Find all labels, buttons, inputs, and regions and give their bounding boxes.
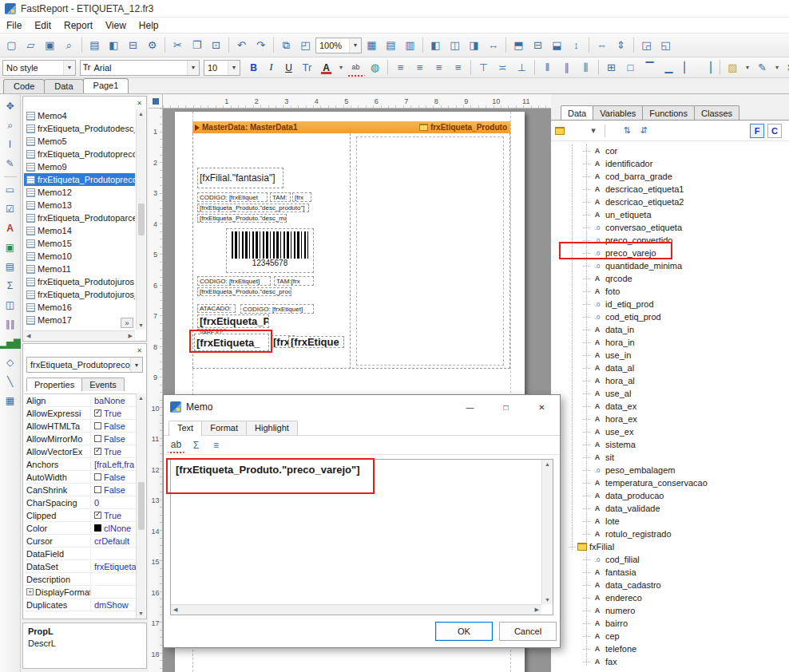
data-field-row[interactable]: un_etiqueta xyxy=(551,208,789,221)
data-field-row[interactable]: cod_etiq_prod xyxy=(551,310,789,323)
data-field-row[interactable]: cep xyxy=(551,630,789,642)
data-field-row[interactable]: bairro xyxy=(551,617,789,630)
data-field-row[interactable]: foto xyxy=(551,285,789,298)
property-value[interactable]: clNone xyxy=(91,522,136,534)
property-row[interactable]: AllowHTMLTa False xyxy=(24,420,136,433)
memo-desc-marca[interactable]: [frxEtiqueta_Produto."desc_mar xyxy=(197,214,287,223)
data-panel-tab[interactable]: Functions xyxy=(642,105,695,120)
system-text-object-icon[interactable]: Σ xyxy=(2,277,19,294)
align-right-edges-icon[interactable]: ◨ xyxy=(465,36,483,54)
memo-desc-prod[interactable]: [frxEtiqueta_Produto."desc_prod xyxy=(197,287,291,296)
report-tree-item[interactable]: Memo10 xyxy=(24,250,135,263)
line-object-icon[interactable]: ╲ xyxy=(2,373,19,390)
memo-codigo-1[interactable]: CODIGO: [frxEtiquet xyxy=(197,192,268,202)
property-row[interactable]: DisplayFormat xyxy=(24,586,136,599)
hand-tool-icon[interactable]: ✥ xyxy=(2,97,19,115)
data-field-row[interactable]: quantidade_minima xyxy=(551,259,789,272)
menu-item[interactable]: View xyxy=(99,18,133,33)
data-field-row[interactable]: qrcode xyxy=(551,272,789,285)
frame-style-icon[interactable]: 〓 xyxy=(783,58,789,77)
memo-frx-3[interactable]: [frxEtique xyxy=(288,336,344,348)
data-field-row[interactable]: numero xyxy=(551,604,789,617)
chevron-down-icon[interactable]: ▼ xyxy=(130,358,142,372)
expand-chevron-button[interactable]: » xyxy=(121,318,133,328)
barcode-object[interactable]: 12345678 xyxy=(226,228,314,273)
format-painter-icon[interactable]: ✎ xyxy=(2,155,19,172)
property-value[interactable] xyxy=(91,547,136,559)
fields-toggle-button[interactable]: F xyxy=(750,124,764,138)
text-edit-tool-icon[interactable]: I xyxy=(2,136,19,153)
checkbox-object-icon[interactable]: ☑ xyxy=(2,200,19,218)
property-row[interactable]: Duplicates dmShow xyxy=(24,599,136,611)
property-row[interactable]: Align baNone xyxy=(24,394,136,407)
inspector-vscrollbar[interactable]: ▲ ▼ xyxy=(136,393,145,618)
underline-button[interactable]: U xyxy=(280,59,297,76)
table-object-icon[interactable]: ▦ xyxy=(2,392,19,409)
barcode-object-icon[interactable]: ∥∥ xyxy=(2,315,19,333)
bold-button[interactable]: B xyxy=(245,59,262,76)
memo-preco-atacado[interactable]: [frxEtiqueta_P xyxy=(197,314,269,328)
shape-object-icon[interactable]: ◇ xyxy=(2,354,19,371)
fill-color-dropdown-icon[interactable]: ▾ xyxy=(743,58,752,77)
scroll-down-icon[interactable]: ▼ xyxy=(138,322,144,328)
group-icon[interactable]: ⧉ xyxy=(277,36,295,54)
report-tree-item[interactable]: frxEtiqueta_Produtoparcelar xyxy=(24,211,135,224)
new-page-icon[interactable]: ▤ xyxy=(85,36,104,54)
align-text-bottom-icon[interactable]: ⊥ xyxy=(513,58,531,77)
page-settings-icon[interactable]: ⚙ xyxy=(143,36,161,54)
line-color-icon[interactable]: ✎ xyxy=(753,58,771,77)
same-height-icon[interactable]: ⇕ xyxy=(612,36,630,54)
align-left-edges-icon[interactable]: ◧ xyxy=(426,36,445,54)
property-value[interactable]: True xyxy=(91,445,136,457)
show-grid-icon[interactable]: ▦ xyxy=(363,36,381,54)
scroll-down-icon[interactable]: ▼ xyxy=(545,597,550,603)
menu-item[interactable]: Edit xyxy=(28,18,57,33)
property-value[interactable]: 0 xyxy=(91,496,136,508)
memo-fantasia[interactable]: [fxFilial."fantasia"] xyxy=(197,168,283,188)
property-value[interactable]: True xyxy=(91,509,136,521)
data-field-row[interactable]: conversao_etiqueta xyxy=(551,221,789,234)
report-tree-item[interactable]: Memo15 xyxy=(24,237,135,250)
sort-fields-icon[interactable]: ⇵ xyxy=(636,123,652,139)
memo-atacado[interactable]: ATACADO: xyxy=(197,304,236,313)
data-field-row[interactable]: use_al xyxy=(551,387,789,400)
property-value[interactable]: False xyxy=(91,420,136,432)
align-top-edges-icon[interactable]: ⬒ xyxy=(509,36,528,54)
object-selector[interactable]: frxEtiqueta_Produtopreco_ ▼ xyxy=(26,357,143,373)
frame-left-icon[interactable]: ▏ xyxy=(679,58,697,77)
report-tree-item[interactable]: frxEtiqueta_Produtopreco_p xyxy=(24,173,135,186)
calculated-toggle-button[interactable]: C xyxy=(767,124,782,138)
report-tree-item[interactable]: frxEtiqueta_Produtodesc_pr xyxy=(24,122,135,135)
align-text-right-icon[interactable]: ≡ xyxy=(430,58,448,77)
property-value[interactable]: dmShow xyxy=(91,599,136,611)
cancel-button[interactable]: Cancel xyxy=(499,622,557,641)
font-color-icon[interactable]: A xyxy=(317,58,335,77)
sort-fields-asc-icon[interactable]: ⇅ xyxy=(619,123,635,139)
page-tab[interactable]: Code xyxy=(3,79,45,93)
property-row[interactable]: Clipped True xyxy=(24,509,136,522)
new-report-icon[interactable]: ▢ xyxy=(2,36,21,54)
data-field-row[interactable]: identificador xyxy=(551,157,789,170)
wordwrap-icon[interactable]: ≡ xyxy=(208,437,224,453)
data-field-row[interactable]: id_etiq_prod xyxy=(551,298,789,310)
property-value[interactable] xyxy=(91,586,136,598)
property-value[interactable]: [fraLeft,fra xyxy=(91,458,136,470)
data-field-row[interactable]: telefone xyxy=(551,642,789,655)
report-tree-hscrollbar[interactable]: ◀ ▶ xyxy=(24,330,135,340)
space-vertically-icon[interactable]: ↕ xyxy=(567,36,585,54)
data-field-row[interactable]: hora_ex xyxy=(551,413,789,425)
minimize-icon[interactable]: — xyxy=(452,395,488,419)
paste-icon[interactable]: ⊡ xyxy=(207,36,225,54)
chevron-down-icon[interactable]: ▼ xyxy=(187,61,199,75)
maximize-icon[interactable]: □ xyxy=(488,395,524,419)
property-value[interactable]: baNone xyxy=(91,394,136,406)
save-report-icon[interactable]: ▣ xyxy=(41,36,59,54)
data-field-row[interactable]: rotulo_registrado xyxy=(551,528,789,540)
menu-item[interactable]: Help xyxy=(133,18,165,33)
zoom-select[interactable]: 100% ▼ xyxy=(315,38,362,53)
scrollbar-thumb[interactable] xyxy=(138,204,145,235)
menu-item[interactable]: Report xyxy=(57,18,99,33)
memo-desc-produto[interactable]: [frxEtiqueta_Produto."desc_produto"] xyxy=(197,204,309,212)
chart-object-icon[interactable]: ▂▅▇ xyxy=(2,334,19,352)
data-field-row[interactable]: data_in xyxy=(551,323,789,336)
